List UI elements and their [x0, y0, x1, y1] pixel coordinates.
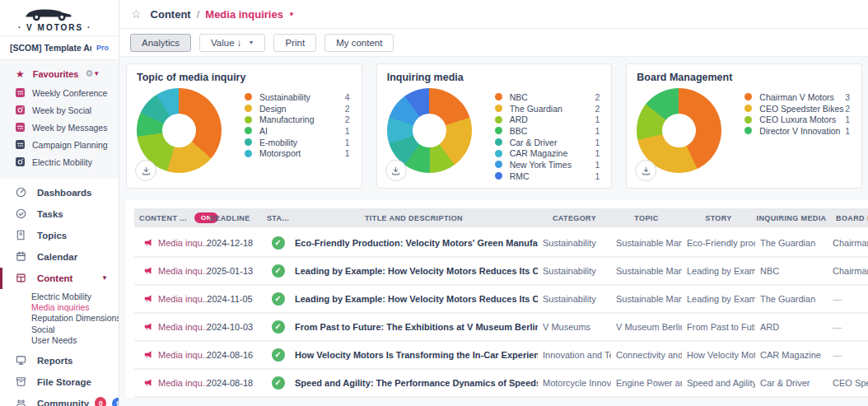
legend-label: Sustainability: [259, 92, 310, 102]
board-management-cell: —: [828, 294, 868, 304]
column-header-deadline[interactable]: DEADLINE: [194, 214, 266, 222]
deadline-cell: 2025-01-13: [194, 266, 266, 276]
download-chart-button[interactable]: [135, 160, 156, 181]
favourite-toggle-icon[interactable]: ☆: [131, 7, 142, 21]
table-row[interactable]: Media inqu...2024-10-03✓From Past to Fut…: [134, 314, 868, 342]
deadline-cell: 2024-11-05: [194, 294, 266, 304]
legend-item[interactable]: Car & Driver1: [495, 137, 602, 148]
download-chart-button[interactable]: [385, 160, 407, 181]
reports-icon: [15, 354, 27, 366]
sidebar-subitem-electric-mobility[interactable]: Electric Mobility: [31, 292, 119, 302]
legend-item[interactable]: BBC1: [495, 125, 602, 137]
sidebar-item-dashboards[interactable]: Dashboards: [0, 182, 119, 203]
column-header-inquiring-media[interactable]: INQUIRING MEDIA: [755, 214, 828, 222]
sidebar-subitem-reputation-dimensions[interactable]: Reputation Dimensions: [31, 313, 119, 324]
legend-item[interactable]: CAR Magazine1: [495, 147, 602, 159]
legend-value: 2: [595, 104, 602, 114]
legend-label: AI: [259, 126, 268, 136]
favourite-item-weekly-conference[interactable]: Weekly Conference: [0, 84, 119, 101]
sidebar-item-calendar[interactable]: Calendar: [0, 246, 119, 268]
sidebar-item-topics[interactable]: Topics: [0, 225, 119, 246]
legend-dot: [245, 105, 252, 112]
legend-item[interactable]: AI1: [245, 125, 352, 137]
column-header-topic[interactable]: TOPIC: [611, 214, 682, 222]
content-type-link[interactable]: Media inqu...: [134, 321, 194, 334]
title-cell: Speed and Agility: The Performance Dynam…: [290, 378, 538, 388]
sidebar-subitem-social[interactable]: Social: [31, 324, 119, 335]
workspace-switcher[interactable]: [SCOM] Template Aut... Pro: [0, 36, 119, 60]
legend-dot: [495, 172, 502, 180]
legend-item[interactable]: CEO Luxura Motors1: [744, 114, 852, 125]
column-header-board-management[interactable]: BOARD MANAGEMENT: [828, 214, 868, 222]
legend-label: Design: [259, 104, 287, 114]
analytics-button[interactable]: Analytics: [130, 34, 191, 52]
legend-dot: [245, 116, 252, 124]
column-header-sta[interactable]: STA...: [266, 214, 290, 222]
sidebar-subitem-media-inquiries[interactable]: Media inquiries: [31, 302, 119, 313]
app-window: · V MOTORS · [SCOM] Template Aut... Pro …: [0, 0, 868, 406]
column-header-content[interactable]: CONTENT ...ON: [134, 212, 194, 223]
column-header-story[interactable]: STORY: [682, 214, 755, 222]
column-header-title-and-description[interactable]: TITLE AND DESCRIPTION: [290, 214, 538, 222]
favourite-item-week-by-social[interactable]: Week by Social: [0, 101, 119, 119]
legend-item[interactable]: Motorsport1: [245, 147, 352, 159]
legend-item[interactable]: Manufacturing2: [245, 114, 352, 125]
chevron-down-icon[interactable]: ▼: [101, 274, 108, 282]
sidebar-item-community[interactable]: Community099+: [0, 393, 119, 406]
empty-dash: —: [833, 322, 842, 332]
legend-item[interactable]: E-mobility1: [245, 137, 352, 148]
favourite-item-electric-mobility[interactable]: Electric Mobility: [0, 154, 119, 171]
column-header-label: BOARD MANAGEMENT: [836, 214, 868, 222]
chevron-down-icon[interactable]: ▼: [93, 70, 100, 77]
dashboard-icon: [15, 186, 27, 198]
content-type-link[interactable]: Media inqu...: [134, 349, 194, 362]
content-type-link[interactable]: Media inqu...: [134, 293, 194, 306]
content-type-link[interactable]: Media inqu...: [134, 377, 194, 390]
favourite-item-week-by-messages[interactable]: Week by Messages: [0, 119, 119, 136]
megaphone-icon: [142, 377, 158, 390]
legend-item[interactable]: The Guardian2: [495, 103, 602, 114]
gear-icon[interactable]: ⚙: [85, 68, 93, 79]
legend-item[interactable]: NBC2: [495, 91, 602, 103]
legend-item[interactable]: Director V Innovation1: [744, 125, 852, 137]
breadcrumb-parent[interactable]: Content: [151, 8, 191, 21]
inquiring-media-cell: ARD: [755, 322, 828, 332]
category-cell: Innovation and Techn...: [538, 350, 611, 360]
sidebar-item-tasks[interactable]: Tasks: [0, 203, 119, 225]
column-header-label: INQUIRING MEDIA: [756, 214, 826, 222]
logo[interactable]: · V MOTORS ·: [0, 0, 119, 36]
my-content-button[interactable]: My content: [324, 34, 394, 52]
breadcrumb-current[interactable]: Media inquiries: [205, 8, 283, 21]
chart-title: Topic of media inquiry: [137, 72, 352, 83]
legend-item[interactable]: RMC1: [495, 170, 602, 182]
sidebar-item-file-storage[interactable]: File Storage: [0, 371, 119, 393]
legend-dot: [495, 93, 502, 100]
table-row[interactable]: Media inqu...2025-01-13✓Leading by Examp…: [134, 258, 868, 286]
legend-item[interactable]: Design2: [245, 103, 352, 114]
chevron-down-icon[interactable]: ▼: [288, 11, 295, 18]
legend-item[interactable]: Chairman V Motors3: [744, 91, 852, 103]
legend-item[interactable]: CEO Speedster Bikes2: [744, 103, 852, 114]
table-row[interactable]: Media inqu...2024-12-18✓Eco-Friendly Pro…: [134, 230, 868, 258]
sidebar-item-reports[interactable]: Reports: [0, 350, 119, 371]
chevron-down-icon: ▼: [249, 40, 254, 45]
favourite-item-campaign-planning[interactable]: Campaign Planning: [0, 137, 119, 154]
table-row[interactable]: Media inqu...2024-08-18✓Speed and Agilit…: [134, 370, 868, 398]
column-header-label: STA...: [267, 214, 289, 222]
value-button[interactable]: Value ↓▼: [199, 34, 265, 52]
table-row[interactable]: Media inqu...2024-08-16✓How Velocity Mot…: [134, 342, 868, 370]
legend-item[interactable]: ARD1: [495, 114, 602, 125]
content-type-link[interactable]: Media inqu...: [134, 237, 194, 250]
megaphone-icon: [142, 237, 158, 250]
table-row[interactable]: Media inqu...2024-11-05✓Leading by Examp…: [134, 286, 868, 314]
content-type-link[interactable]: Media inqu...: [134, 265, 194, 278]
sidebar-item-label: Dashboards: [37, 188, 91, 198]
sidebar-subitem-user-needs[interactable]: User Needs: [31, 335, 119, 346]
sidebar-item-content[interactable]: Content▼: [0, 268, 119, 289]
legend-label: Manufacturing: [259, 114, 315, 124]
download-chart-button[interactable]: [635, 160, 656, 181]
legend-item[interactable]: Sustainability4: [245, 91, 352, 103]
print-button[interactable]: Print: [273, 34, 316, 52]
column-header-category[interactable]: CATEGORY: [538, 214, 611, 222]
legend-item[interactable]: New York Times1: [495, 159, 602, 170]
